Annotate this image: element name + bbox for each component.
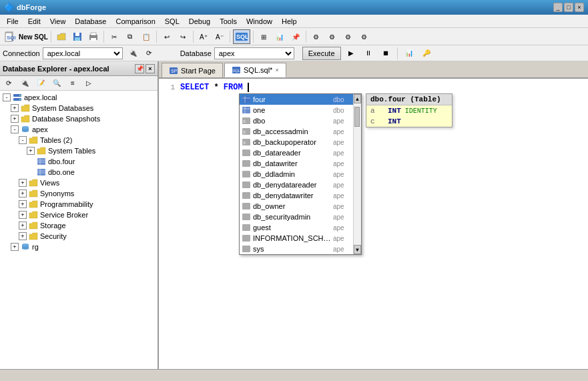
- maximize-button[interactable]: □: [564, 3, 573, 12]
- menu-file[interactable]: File: [3, 16, 23, 27]
- tab-sql[interactable]: SQL SQL.sql* ×: [224, 63, 286, 77]
- conn-extra-2[interactable]: 🔑: [419, 46, 434, 61]
- tree-item-security[interactable]: + Security: [1, 231, 156, 242]
- grid-button[interactable]: ⊞: [256, 29, 271, 44]
- conn-icon-1[interactable]: 🔌: [125, 46, 140, 61]
- exec-icon-3[interactable]: ⏹: [378, 46, 393, 61]
- close-button[interactable]: ×: [575, 3, 584, 12]
- expander-apex-local[interactable]: -: [3, 93, 11, 101]
- panel-pin-button[interactable]: 📌: [135, 64, 144, 73]
- ac-item-sys[interactable]: sys ape: [240, 244, 353, 254]
- expander-security[interactable]: +: [19, 232, 27, 240]
- tree-item-dbo-four[interactable]: dbo.four: [1, 156, 156, 167]
- tree-item-storage[interactable]: + Storage: [1, 220, 156, 231]
- ac-scroll-thumb[interactable]: [354, 107, 360, 127]
- expander-tables[interactable]: -: [19, 136, 27, 144]
- copy-button[interactable]: ⧉: [123, 29, 137, 44]
- tree-item-service-broker[interactable]: + Service Broker: [1, 210, 156, 220]
- exec-icon-2[interactable]: ⏸: [361, 46, 376, 61]
- tree-item-apex[interactable]: - apex: [1, 124, 156, 135]
- ac-item-db-accessadmin[interactable]: S db_accessadmin ape: [240, 126, 353, 137]
- tree-item-rg[interactable]: + rg: [1, 242, 156, 252]
- ac-item-one[interactable]: one dbo: [240, 105, 353, 115]
- connection-select[interactable]: apex.local: [43, 47, 123, 59]
- chart-button[interactable]: 📊: [272, 29, 287, 44]
- paste-button[interactable]: 📋: [139, 29, 154, 44]
- settings-button1[interactable]: ⚙: [309, 29, 324, 44]
- tree-item-views[interactable]: + Views: [1, 177, 156, 188]
- ac-item-db-datareader[interactable]: db_datareader ape: [240, 147, 353, 158]
- expander-db-snapshots[interactable]: +: [11, 115, 19, 123]
- ac-item-db-owner[interactable]: db_owner ape: [240, 201, 353, 212]
- tree-item-system-databases[interactable]: + System Databases: [1, 103, 156, 113]
- conn-extra-1[interactable]: 📊: [402, 46, 416, 61]
- expander-synonyms[interactable]: +: [19, 189, 27, 198]
- expander-system-tables[interactable]: +: [27, 147, 35, 155]
- ac-item-db-denydatareader[interactable]: db_denydatareader ape: [240, 179, 353, 190]
- ac-item-db-securityadmin[interactable]: db_securityadmin ape: [240, 212, 353, 222]
- expander-storage[interactable]: +: [19, 222, 27, 230]
- sql-mode-button[interactable]: SQL: [233, 29, 250, 44]
- expander-service-broker[interactable]: +: [19, 211, 27, 219]
- menu-view[interactable]: View: [46, 16, 70, 27]
- zoom-in-button[interactable]: A⁺: [196, 29, 211, 44]
- editor-content[interactable]: SELECT * FROM: [180, 83, 249, 92]
- expander-programmability[interactable]: +: [19, 200, 27, 208]
- open-button[interactable]: [54, 29, 69, 44]
- print-button[interactable]: [86, 29, 101, 44]
- tree-item-synonyms[interactable]: + Synonyms: [1, 188, 156, 199]
- menu-debug[interactable]: Debug: [185, 16, 214, 27]
- expander-system-databases[interactable]: +: [11, 104, 19, 112]
- menu-database[interactable]: Database: [71, 16, 110, 27]
- new-sql-button[interactable]: SQL: [3, 29, 17, 44]
- tree-item-dbo-one[interactable]: dbo.one: [1, 167, 156, 177]
- expander-views[interactable]: +: [19, 179, 27, 187]
- menu-window[interactable]: Window: [242, 16, 276, 27]
- ac-item-db-ddladmin[interactable]: db_ddladmin ape: [240, 169, 353, 179]
- tree-item-programmability[interactable]: + Programmability: [1, 199, 156, 210]
- expand-button[interactable]: ▷: [81, 76, 96, 91]
- cut-button[interactable]: ✂: [107, 29, 121, 44]
- menu-sql[interactable]: SQL: [161, 16, 184, 27]
- execute-button[interactable]: Execute: [302, 47, 341, 60]
- menu-edit[interactable]: Edit: [24, 16, 45, 27]
- tree-item-apex-local[interactable]: - apex.local: [1, 92, 156, 103]
- menu-tools[interactable]: Tools: [216, 16, 241, 27]
- save-button[interactable]: [70, 29, 85, 44]
- ac-item-db-datawriter[interactable]: db_datawriter ape: [240, 158, 353, 169]
- pin-button[interactable]: 📌: [288, 29, 303, 44]
- ac-item-four[interactable]: four dbo: [240, 94, 353, 105]
- settings-button2[interactable]: ⚙: [325, 29, 340, 44]
- exec-icon-1[interactable]: ▶: [344, 46, 358, 61]
- ac-item-information-schema[interactable]: INFORMATION_SCHEMA ape: [240, 233, 353, 244]
- tree-item-db-snapshots[interactable]: + Database Snapshots: [1, 113, 156, 124]
- expander-apex[interactable]: -: [11, 125, 19, 133]
- panel-close-button[interactable]: ×: [145, 64, 155, 73]
- tree-item-tables[interactable]: - Tables (2): [1, 135, 156, 145]
- minimize-button[interactable]: _: [553, 3, 563, 12]
- tab-sql-close[interactable]: ×: [275, 67, 278, 73]
- settings-button4[interactable]: ⚙: [357, 29, 372, 44]
- tab-start-page[interactable]: SP Start Page: [162, 63, 223, 77]
- conn-icon-2[interactable]: ⟳: [141, 46, 156, 61]
- ac-scroll-down[interactable]: ▼: [354, 245, 361, 254]
- filter-button[interactable]: 🔍: [49, 76, 64, 91]
- tree-item-system-tables[interactable]: + System Tables: [1, 145, 156, 156]
- tree-btn-5[interactable]: ≡: [65, 76, 80, 91]
- ac-item-dbo[interactable]: S dbo ape: [240, 115, 353, 126]
- ac-scrollbar[interactable]: ▲ ▼: [353, 94, 361, 254]
- ac-item-guest[interactable]: guest ape: [240, 222, 353, 233]
- ac-scroll-up[interactable]: ▲: [354, 94, 361, 103]
- connect-button[interactable]: 🔌: [17, 76, 32, 91]
- undo-button[interactable]: ↩: [160, 29, 174, 44]
- expander-rg[interactable]: +: [11, 243, 19, 251]
- new-query-button[interactable]: 📝: [33, 76, 48, 91]
- refresh-button[interactable]: ⟳: [1, 76, 16, 91]
- menu-comparison[interactable]: Comparison: [111, 16, 159, 27]
- database-select[interactable]: apex: [214, 47, 294, 59]
- ac-item-db-backupoperator[interactable]: S db_backupoperator ape: [240, 137, 353, 147]
- zoom-out-button[interactable]: A⁻: [212, 29, 227, 44]
- ac-item-db-denydatawriter[interactable]: db_denydatawriter ape: [240, 190, 353, 201]
- autocomplete-popup[interactable]: four dbo one dbo S: [239, 93, 362, 255]
- settings-button3[interactable]: ⚙: [341, 29, 356, 44]
